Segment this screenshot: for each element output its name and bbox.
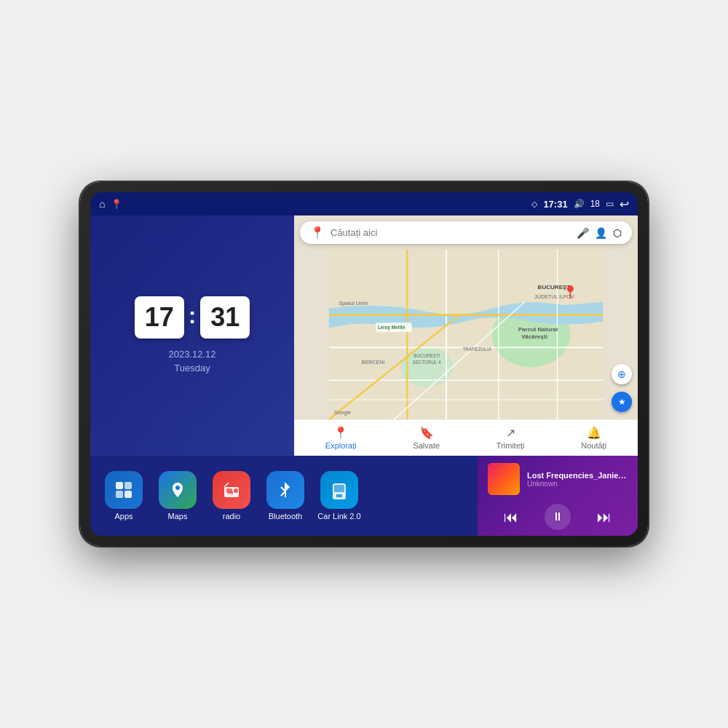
clock-colon: : xyxy=(189,302,197,329)
maps-label: Maps xyxy=(168,512,188,521)
music-thumb-image xyxy=(488,463,520,495)
svg-text:BUCUREȘTI: BUCUREȘTI xyxy=(414,353,440,359)
play-pause-button[interactable]: ⏸ xyxy=(545,504,571,530)
radio-label: radio xyxy=(223,512,240,521)
map-nav-news[interactable]: 🔔 Noutăți xyxy=(575,424,612,451)
clock-widget: 17 : 31 2023.12.12 Tuesday xyxy=(90,215,294,456)
map-bottom-bar: 📍 Explorați 🔖 Salvate ↗ Trimiteți 🔔 xyxy=(294,419,638,456)
svg-point-34 xyxy=(234,488,238,493)
maps-icon xyxy=(159,471,197,509)
svg-text:Văcărești: Văcărești xyxy=(521,333,547,340)
screen: ⌂ 📍 ◇ 17:31 🔊 18 ▭ ↩ 17 : 31 xyxy=(90,192,638,536)
news-label: Noutăți xyxy=(581,441,606,450)
carlink-label: Car Link 2.0 xyxy=(317,512,360,521)
radio-icon: FM xyxy=(213,471,250,509)
svg-text:BERCENI: BERCENI xyxy=(362,360,385,365)
signal-icon: ◇ xyxy=(531,199,537,209)
explore-label: Explorați xyxy=(325,441,357,450)
carlink-icon xyxy=(320,471,358,509)
maps-pin-icon[interactable]: 📍 xyxy=(111,199,122,210)
map-locate-button[interactable]: ⊕ xyxy=(612,364,632,384)
music-text: Lost Frequencies_Janieck Devy-... Unknow… xyxy=(527,471,628,488)
home-icon[interactable]: ⌂ xyxy=(99,198,105,210)
microphone-icon[interactable]: 🎤 xyxy=(577,227,589,239)
news-icon: 🔔 xyxy=(587,426,601,440)
svg-rect-28 xyxy=(124,482,132,489)
clock-display: 17 : 31 xyxy=(135,296,250,339)
bluetooth-icon xyxy=(266,471,304,509)
layers-icon[interactable]: ⬡ xyxy=(613,227,622,239)
map-search-bar[interactable]: 📍 🎤 👤 ⬡ xyxy=(300,221,632,244)
status-bar: ⌂ 📍 ◇ 17:31 🔊 18 ▭ ↩ xyxy=(90,192,638,215)
music-thumbnail xyxy=(488,463,520,495)
svg-text:FM: FM xyxy=(228,491,233,495)
saved-label: Salvate xyxy=(413,441,440,450)
bluetooth-label: Bluetooth xyxy=(269,512,302,521)
status-left-icons: ⌂ 📍 xyxy=(99,198,122,210)
main-content: 17 : 31 2023.12.12 Tuesday 📍 🎤 xyxy=(90,215,638,536)
map-nav-button[interactable]: ★ xyxy=(612,392,632,412)
music-info: Lost Frequencies_Janieck Devy-... Unknow… xyxy=(488,463,628,495)
svg-text:SECTORUL 4: SECTORUL 4 xyxy=(413,360,442,365)
app-item-bluetooth[interactable]: Bluetooth xyxy=(264,471,307,521)
map-search-input[interactable] xyxy=(331,227,571,238)
map-nav-explore[interactable]: 📍 Explorați xyxy=(320,424,363,451)
svg-rect-27 xyxy=(116,482,123,489)
apps-icon xyxy=(105,471,143,509)
prev-button[interactable]: ⏮ xyxy=(498,506,524,529)
app-item-radio[interactable]: FM radio xyxy=(210,471,253,521)
top-section: 17 : 31 2023.12.12 Tuesday 📍 🎤 xyxy=(90,215,638,456)
svg-rect-39 xyxy=(334,485,344,492)
svg-text:BUCUREȘTI: BUCUREȘTI xyxy=(538,284,572,290)
device: ⌂ 📍 ◇ 17:31 🔊 18 ▭ ↩ 17 : 31 xyxy=(80,182,648,546)
next-button[interactable]: ⏭ xyxy=(591,506,617,529)
clock-date: 2023.12.12 Tuesday xyxy=(168,347,215,376)
share-icon: ↗ xyxy=(506,426,515,440)
app-dock: Apps Maps xyxy=(90,456,478,536)
svg-rect-29 xyxy=(116,491,123,498)
map-area[interactable]: Parcul Natural Văcărești BUCUREȘTI JUDEȚ… xyxy=(294,250,638,419)
clock-minute: 31 xyxy=(200,296,250,339)
svg-text:Splaiul Unirii: Splaiul Unirii xyxy=(339,301,368,306)
svg-text:Leroy Merlin: Leroy Merlin xyxy=(378,325,405,331)
svg-line-35 xyxy=(224,483,229,487)
status-time: 17:31 xyxy=(543,199,567,210)
volume-icon: 🔊 xyxy=(574,199,585,209)
app-item-apps[interactable]: Apps xyxy=(102,471,146,521)
music-artist: Unknown xyxy=(527,480,628,488)
clock-hour: 17 xyxy=(135,296,184,339)
music-player: Lost Frequencies_Janieck Devy-... Unknow… xyxy=(478,456,638,536)
app-item-carlink[interactable]: Car Link 2.0 xyxy=(317,471,361,521)
svg-rect-30 xyxy=(124,491,132,498)
map-widget[interactable]: 📍 🎤 👤 ⬡ xyxy=(294,215,638,456)
bottom-section: Apps Maps xyxy=(90,456,638,536)
status-right-info: ◇ 17:31 🔊 18 ▭ ↩ xyxy=(531,197,629,211)
music-controls: ⏮ ⏸ ⏭ xyxy=(488,501,628,533)
maps-logo-icon: 📍 xyxy=(310,226,325,240)
svg-text:JUDEȚUL ILFOV: JUDEȚUL ILFOV xyxy=(534,294,574,300)
account-icon[interactable]: 👤 xyxy=(595,227,607,239)
svg-text:Parcul Natural: Parcul Natural xyxy=(518,326,558,333)
music-title: Lost Frequencies_Janieck Devy-... xyxy=(527,471,628,480)
saved-icon: 🔖 xyxy=(419,426,434,440)
apps-label: Apps xyxy=(114,512,132,521)
share-label: Trimiteți xyxy=(496,441,525,450)
explore-icon: 📍 xyxy=(333,426,348,440)
battery-level: 18 xyxy=(590,199,600,209)
map-svg: Parcul Natural Văcărești BUCUREȘTI JUDEȚ… xyxy=(294,250,638,419)
svg-text:Google: Google xyxy=(334,410,351,416)
map-nav-saved[interactable]: 🔖 Salvate xyxy=(407,424,446,451)
battery-icon: ▭ xyxy=(606,199,614,209)
svg-point-31 xyxy=(175,486,180,490)
map-nav-share[interactable]: ↗ Trimiteți xyxy=(491,424,531,451)
svg-text:TRAPEZULUI: TRAPEZULUI xyxy=(463,347,491,352)
app-item-maps[interactable]: Maps xyxy=(156,471,199,521)
back-icon[interactable]: ↩ xyxy=(620,197,629,211)
